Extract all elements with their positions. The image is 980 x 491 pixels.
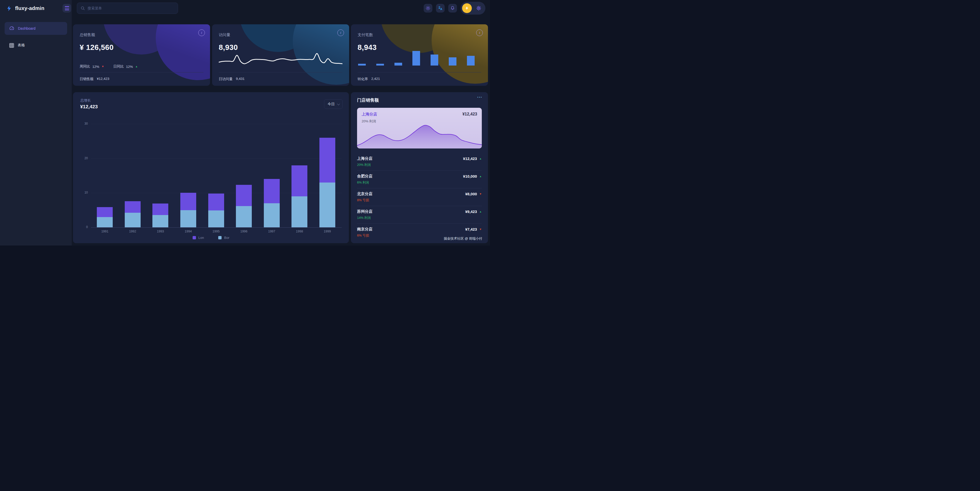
highlight-store-value: ¥12,423 xyxy=(462,112,477,116)
legend-item-bor[interactable]: Bor xyxy=(218,236,229,240)
bar-segment-bor xyxy=(180,210,196,227)
growth-value: ¥12,423 xyxy=(80,104,98,110)
stat-value: 8,930 xyxy=(219,43,238,52)
header-actions xyxy=(424,2,485,14)
growth-bar-chart: 0102030199119921993199419951996199719981… xyxy=(79,124,343,227)
y-axis-label: 10 xyxy=(79,191,88,194)
payments-mini-chart xyxy=(358,51,475,65)
store-profit-label: 8% 亏损 xyxy=(357,198,482,202)
bar-segment-lon xyxy=(97,207,113,217)
stat-value: ¥ 126,560 xyxy=(80,43,114,52)
more-icon[interactable]: ··· xyxy=(477,95,482,100)
growth-panel: 总增长 ¥12,423 今日 0102030199119921993199419… xyxy=(73,92,349,243)
bar-segment-bor xyxy=(264,203,280,227)
triangle-up-icon: ▲ xyxy=(479,157,482,160)
mini-bar xyxy=(395,63,402,65)
week-compare: 周同比 12% ▼ xyxy=(80,64,104,69)
triangle-up-icon: ▲ xyxy=(479,210,482,213)
store-value: ¥10,000▲ xyxy=(463,174,482,178)
bar-segment-bor xyxy=(97,217,113,227)
sidebar-item-table[interactable]: 表格 xyxy=(5,39,67,52)
x-axis-label: 1994 xyxy=(178,230,199,233)
x-axis-label: 1998 xyxy=(289,230,310,233)
bar-segment-bor xyxy=(236,206,252,227)
store-profit-label: 20% 利润 xyxy=(357,163,482,167)
store-name: 合肥分店 xyxy=(357,174,372,179)
x-axis-label: 1996 xyxy=(234,230,254,233)
bar-segment-bor xyxy=(208,210,224,227)
period-select[interactable]: 今日 xyxy=(324,99,343,109)
store-profit-label: 14% 利润 xyxy=(357,216,482,220)
store-profit-label: 6% 利润 xyxy=(357,181,482,185)
store-value: ¥9,423▲ xyxy=(465,210,482,214)
chevron-down-icon xyxy=(337,102,340,105)
stat-title: 访问量 xyxy=(219,32,230,37)
store-name: 上海分店 xyxy=(357,156,372,161)
bar-segment-lon xyxy=(320,138,335,183)
legend-item-lon[interactable]: Lon xyxy=(192,236,204,240)
notifications-button[interactable] xyxy=(448,4,457,13)
stat-title: 支付笔数 xyxy=(358,32,373,37)
avatar-lightning-icon xyxy=(465,6,469,11)
x-axis-label: 1992 xyxy=(123,230,143,233)
stat-footer: 转化率2,421 xyxy=(358,77,380,81)
x-axis-label: 1995 xyxy=(206,230,226,233)
info-icon[interactable]: i xyxy=(198,29,205,36)
bar-segment-bor xyxy=(291,196,307,227)
triangle-up-icon: ▲ xyxy=(135,65,138,68)
legend-swatch xyxy=(192,236,196,239)
sidebar-item-label: 表格 xyxy=(18,43,25,48)
translate-icon xyxy=(438,6,443,11)
mini-bar xyxy=(412,51,420,65)
y-axis-label: 20 xyxy=(79,156,88,160)
avatar xyxy=(462,3,472,13)
language-button[interactable] xyxy=(436,4,445,13)
triangle-down-icon: ▼ xyxy=(479,193,482,195)
gear-icon xyxy=(476,5,482,12)
store-row[interactable]: 北京分店¥8,000▼8% 亏损 xyxy=(357,188,482,206)
x-axis-label: 1991 xyxy=(94,230,115,233)
y-axis-label: 0 xyxy=(79,225,88,229)
menu-toggle-button[interactable] xyxy=(62,4,71,13)
bar-segment-lon xyxy=(236,185,252,206)
info-icon[interactable]: i xyxy=(476,29,483,36)
search-input[interactable] xyxy=(88,6,175,10)
dashboard-gauge-icon xyxy=(9,25,14,31)
store-row[interactable]: 苏州分店¥9,423▲14% 利润 xyxy=(357,206,482,224)
bar-segment-lon xyxy=(180,193,196,210)
growth-title: 总增长 xyxy=(80,98,91,103)
bar-segment-bor xyxy=(153,215,168,227)
y-axis-label: 30 xyxy=(79,122,88,126)
bar-segment-lon xyxy=(153,203,168,215)
user-settings-pill[interactable] xyxy=(461,2,485,14)
day-compare: 日同比 12% ▲ xyxy=(113,64,138,69)
highlight-store-profit: 20% 利润 xyxy=(362,119,376,124)
mini-bar xyxy=(358,64,366,65)
app: fluxy-admin Dashboard 表格 xyxy=(0,0,490,246)
stat-card-payments: 支付笔数 8,943 i 转化率2,421 xyxy=(351,24,488,86)
store-row[interactable]: 上海分店¥12,423▲20% 利润 xyxy=(357,153,482,171)
logo-lightning-icon xyxy=(6,5,12,11)
triangle-down-icon: ▼ xyxy=(479,228,482,230)
highlight-store-name: 上海分店 xyxy=(362,112,377,117)
store-row[interactable]: 合肥分店¥10,000▲6% 利润 xyxy=(357,171,482,188)
store-area-chart xyxy=(357,123,482,148)
store-panel-title: 门店销售额 xyxy=(357,97,379,103)
bar-segment-lon xyxy=(208,194,224,210)
logo-text: fluxy-admin xyxy=(15,5,44,11)
bell-icon xyxy=(450,6,455,11)
store-value: ¥7,423▼ xyxy=(465,227,482,231)
triangle-up-icon: ▲ xyxy=(479,175,482,178)
search-box xyxy=(77,3,178,14)
sidebar-item-dashboard[interactable]: Dashboard xyxy=(5,22,67,35)
bar-segment-lon xyxy=(291,165,307,196)
mini-bar xyxy=(431,54,438,65)
info-icon[interactable]: i xyxy=(337,29,344,36)
stat-card-visits: 访问量 8,930 i 日访问量9,431 xyxy=(212,24,349,86)
mini-bar xyxy=(449,57,457,65)
theme-toggle-button[interactable] xyxy=(424,4,433,13)
bar-segment-lon xyxy=(125,201,141,213)
x-axis-label: 1999 xyxy=(317,230,337,233)
triangle-down-icon: ▼ xyxy=(102,65,104,68)
table-icon xyxy=(9,43,14,48)
